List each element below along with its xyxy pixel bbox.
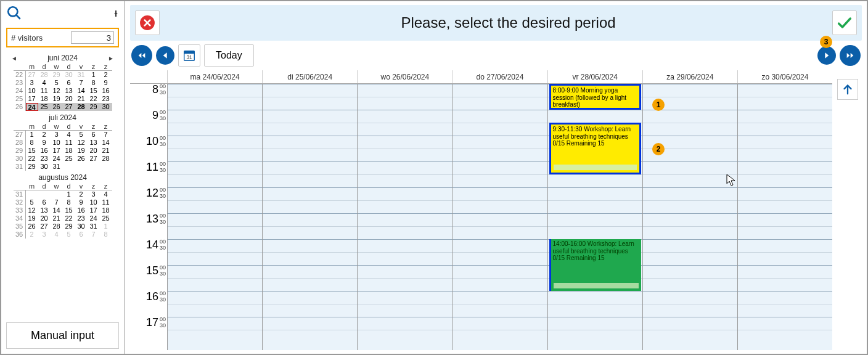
scroll-up-button[interactable] — [837, 79, 858, 100]
calendar-day[interactable] — [38, 190, 51, 198]
calendar-day[interactable]: 11 — [100, 198, 112, 206]
calendar-event[interactable]: 9:30-11:30 Workshop: Learn useful breath… — [549, 123, 641, 174]
close-button[interactable] — [135, 10, 160, 35]
calendar-day[interactable]: 31 — [75, 71, 88, 79]
calendar-day[interactable] — [51, 190, 63, 198]
calendar-day[interactable]: 6 — [75, 231, 88, 239]
day-column[interactable] — [737, 84, 832, 350]
calendar-day[interactable]: 11 — [38, 87, 51, 95]
confirm-button[interactable] — [832, 10, 857, 35]
calendar-day[interactable]: 7 — [100, 131, 112, 139]
calendar-day[interactable]: 9 — [100, 79, 112, 87]
calendar-day[interactable]: 11 — [63, 139, 75, 147]
manual-input-button[interactable]: Manual input — [6, 322, 119, 349]
calendar-day[interactable]: 12 — [51, 87, 63, 95]
calendar-day[interactable]: 27 — [63, 103, 75, 111]
search-icon[interactable] — [6, 5, 22, 23]
calendar-day[interactable]: 5 — [63, 231, 75, 239]
calendar-day[interactable]: 3 — [88, 190, 100, 198]
calendar-day[interactable] — [63, 163, 75, 171]
calendar-day[interactable]: 17 — [26, 95, 38, 103]
calendar-day[interactable]: 19 — [51, 95, 63, 103]
calendar-day[interactable]: 30 — [63, 71, 75, 79]
calendar-day[interactable]: 19 — [26, 214, 38, 222]
day-column[interactable] — [167, 84, 262, 350]
calendar-day[interactable]: 29 — [63, 222, 75, 231]
calendar-day[interactable]: 2 — [100, 71, 112, 79]
calendar-day[interactable]: 21 — [51, 214, 63, 222]
calendar-day[interactable]: 29 — [88, 103, 100, 111]
day-column[interactable] — [642, 84, 737, 350]
calendar-day[interactable]: 31 — [51, 163, 63, 171]
calendar-day[interactable]: 13 — [63, 87, 75, 95]
calendar-event[interactable]: 8:00-9:00 Morning yoga session (followed… — [549, 84, 641, 110]
calendar-day[interactable]: 23 — [75, 214, 88, 222]
calendar-day[interactable]: 16 — [100, 87, 112, 95]
calendar-day[interactable] — [26, 190, 38, 198]
calendar-day[interactable]: 2 — [75, 190, 88, 198]
pin-icon[interactable] — [113, 10, 119, 18]
calendar-day[interactable]: 10 — [26, 87, 38, 95]
calendar-day[interactable]: 2 — [38, 131, 51, 139]
calendar-day[interactable] — [75, 163, 88, 171]
calendar-day[interactable] — [88, 163, 100, 171]
calendar-day[interactable] — [100, 163, 112, 171]
calendar-day[interactable]: 5 — [75, 131, 88, 139]
calendar-day[interactable]: 4 — [63, 131, 75, 139]
day-column[interactable]: 8:00-9:00 Morning yoga session (followed… — [547, 84, 642, 350]
calendar-day[interactable]: 15 — [88, 87, 100, 95]
calendar-day[interactable]: 24 — [51, 155, 63, 163]
calendar-day[interactable]: 30 — [75, 222, 88, 231]
calendar-day[interactable]: 4 — [51, 231, 63, 239]
calendar-day[interactable]: 31 — [88, 222, 100, 231]
calendar-day[interactable]: 17 — [88, 206, 100, 214]
forward-button[interactable] — [817, 46, 836, 65]
calendar-day[interactable]: 6 — [63, 79, 75, 87]
calendar-day[interactable]: 7 — [51, 198, 63, 206]
calendar-day[interactable]: 3 — [26, 79, 38, 87]
calendar-day[interactable]: 10 — [88, 198, 100, 206]
calendar-day[interactable]: 27 — [88, 155, 100, 163]
calendar-day[interactable]: 14 — [51, 206, 63, 214]
calendar-day[interactable]: 25 — [38, 103, 51, 111]
calendar-day[interactable]: 18 — [63, 147, 75, 155]
calendar-event[interactable]: 14:00-16:00 Workshop: Learn useful breat… — [549, 239, 641, 291]
calendar-day[interactable]: 22 — [63, 214, 75, 222]
calendar-day[interactable]: 12 — [75, 139, 88, 147]
calendar-day[interactable]: 21 — [100, 147, 112, 155]
calendar-day[interactable]: 26 — [51, 103, 63, 111]
calendar-day[interactable]: 14 — [100, 139, 112, 147]
calendar-day[interactable]: 24 — [26, 103, 38, 111]
calendar-day[interactable]: 28 — [100, 155, 112, 163]
day-column[interactable] — [262, 84, 357, 350]
calendar-day[interactable]: 15 — [63, 206, 75, 214]
calendar-day[interactable]: 1 — [26, 131, 38, 139]
calendar-day[interactable]: 27 — [38, 222, 51, 231]
day-column[interactable] — [452, 84, 547, 350]
calendar-day[interactable]: 7 — [75, 79, 88, 87]
month-next-icon[interactable]: ► — [108, 55, 114, 62]
calendar-day[interactable]: 23 — [38, 155, 51, 163]
calendar-day[interactable]: 8 — [26, 139, 38, 147]
calendar-day[interactable]: 29 — [51, 71, 63, 79]
calendar-day[interactable]: 22 — [88, 95, 100, 103]
calendar-day[interactable]: 27 — [26, 71, 38, 79]
calendar-day[interactable]: 28 — [75, 103, 88, 111]
calendar-day[interactable]: 18 — [100, 206, 112, 214]
calendar-day[interactable]: 10 — [51, 139, 63, 147]
calendar-day[interactable]: 7 — [88, 231, 100, 239]
calendar-day[interactable]: 12 — [26, 206, 38, 214]
calendar-day[interactable]: 5 — [26, 198, 38, 206]
calendar-day[interactable]: 6 — [88, 131, 100, 139]
calendar-day[interactable]: 4 — [100, 190, 112, 198]
calendar-day[interactable]: 19 — [75, 147, 88, 155]
calendar-day[interactable]: 9 — [38, 139, 51, 147]
calendar-day[interactable]: 24 — [88, 214, 100, 222]
calendar-day[interactable]: 29 — [26, 163, 38, 171]
calendar-day[interactable]: 22 — [26, 155, 38, 163]
calendar-day[interactable]: 25 — [63, 155, 75, 163]
calendar-day[interactable]: 9 — [75, 198, 88, 206]
calendar-day[interactable]: 16 — [75, 206, 88, 214]
calendar-day[interactable]: 16 — [38, 147, 51, 155]
calendar-day[interactable]: 17 — [51, 147, 63, 155]
